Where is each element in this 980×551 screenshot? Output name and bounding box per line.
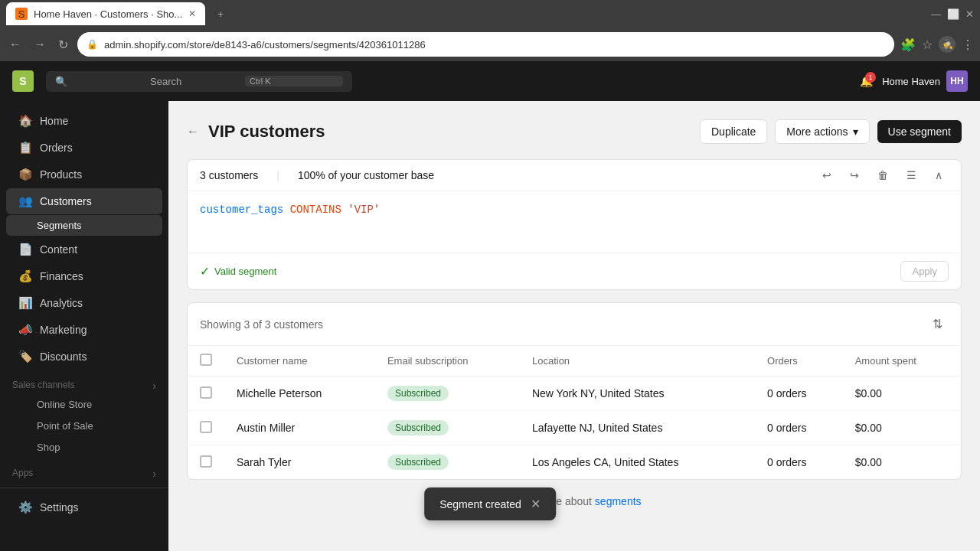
sidebar-label-discounts: Discounts	[40, 350, 87, 363]
col-orders: Orders	[755, 346, 843, 377]
home-icon: 🏠	[18, 114, 32, 128]
amount-0: $0.00	[843, 377, 961, 411]
sidebar-sub-segments[interactable]: Segments	[6, 215, 162, 236]
reload-button[interactable]: ↻	[55, 34, 71, 55]
row-checkbox-2[interactable]	[200, 455, 212, 468]
shopify-logo-icon: S	[12, 70, 34, 92]
row-checkbox-0[interactable]	[200, 386, 212, 399]
table-row[interactable]: Sarah Tyler Subscribed Los Angeles CA, U…	[188, 445, 961, 480]
search-bar[interactable]: 🔍 Search Ctrl K	[46, 71, 352, 92]
extensions-icon[interactable]: 🧩	[900, 37, 916, 52]
back-button[interactable]: ←	[6, 34, 24, 54]
page-header: ← VIP customers Duplicate More actions ▾…	[187, 119, 962, 144]
undo-button[interactable]: ↩	[816, 166, 838, 184]
segment-editor: 3 customers | 100% of your customer base…	[187, 159, 962, 290]
filter-button[interactable]: ☰	[900, 166, 923, 184]
col-email-sub: Email subscription	[375, 346, 520, 377]
browser-chrome: S Home Haven · Customers · Sho... ✕ + — …	[0, 0, 980, 61]
sidebar-label-home: Home	[40, 115, 68, 127]
redo-button[interactable]: ↪	[844, 166, 865, 184]
browser-tab-active[interactable]: S Home Haven · Customers · Sho... ✕	[6, 2, 205, 25]
select-all-checkbox[interactable]	[200, 354, 212, 366]
window-minimize[interactable]: —	[931, 8, 941, 20]
code-keyword: customer_tags	[200, 204, 283, 216]
sidebar-item-customers[interactable]: 👥 Customers	[6, 188, 162, 214]
customer-name-2[interactable]: Sarah Tyler	[237, 456, 291, 468]
amount-2: $0.00	[843, 445, 961, 480]
sidebar-item-shop[interactable]: Shop	[6, 437, 162, 458]
valid-indicator: ✓ Valid segment	[200, 264, 276, 279]
check-icon: ✓	[200, 264, 210, 279]
window-maximize[interactable]: ⬜	[947, 8, 959, 20]
sidebar-item-finances[interactable]: 💰 Finances	[6, 263, 162, 289]
orders-icon: 📋	[18, 141, 32, 155]
delete-button[interactable]: 🗑	[871, 166, 894, 184]
code-operator: CONTAINS	[290, 204, 348, 216]
table-row[interactable]: Austin Miller Subscribed Lafayette NJ, U…	[188, 411, 961, 445]
customer-name-0[interactable]: Michelle Peterson	[237, 387, 322, 399]
editor-toolbar: 3 customers | 100% of your customer base…	[188, 160, 961, 191]
duplicate-button[interactable]: Duplicate	[700, 119, 767, 144]
shopify-logo: S	[12, 70, 34, 92]
products-icon: 📦	[18, 168, 32, 181]
sidebar-item-pos[interactable]: Point of Sale	[6, 416, 162, 436]
showing-label: Showing 3 of 3 customers	[200, 318, 323, 331]
sidebar-item-orders[interactable]: 📋 Orders	[6, 135, 162, 161]
new-tab-button[interactable]: +	[211, 2, 230, 25]
sidebar-item-settings[interactable]: ⚙️ Settings	[6, 494, 162, 520]
menu-icon[interactable]: ⋮	[962, 37, 974, 52]
pos-label: Point of Sale	[37, 420, 93, 432]
sidebar-item-marketing[interactable]: 📣 Marketing	[6, 317, 162, 343]
email-status-2: Subscribed	[387, 455, 449, 470]
sidebar-item-online-store[interactable]: Online Store	[6, 394, 162, 415]
col-customer-name: Customer name	[224, 346, 375, 377]
orders-0: 0 orders	[755, 377, 843, 411]
editor-stats: 3 customers | 100% of your customer base	[200, 169, 434, 181]
notification-badge: 1	[865, 72, 876, 83]
back-button[interactable]: ←	[187, 125, 199, 139]
location-0: New York NY, United States	[520, 377, 755, 411]
segments-link[interactable]: segments	[595, 495, 642, 507]
sidebar-label-customers: Customers	[40, 195, 92, 207]
amount-1: $0.00	[843, 411, 961, 445]
topbar: S 🔍 Search Ctrl K 🔔 1 Home Haven HH	[0, 61, 980, 101]
toast-close-button[interactable]: ✕	[531, 497, 541, 511]
notification-button[interactable]: 🔔 1	[860, 75, 873, 87]
table-row[interactable]: Michelle Peterson Subscribed New York NY…	[188, 377, 961, 411]
sidebar-item-analytics[interactable]: 📊 Analytics	[6, 290, 162, 316]
sort-button[interactable]: ⇅	[926, 314, 949, 334]
sidebar-item-discounts[interactable]: 🏷️ Discounts	[6, 344, 162, 370]
collapse-button[interactable]: ∧	[929, 166, 949, 184]
sidebar-item-products[interactable]: 📦 Products	[6, 161, 162, 187]
close-tab-button[interactable]: ✕	[188, 8, 196, 19]
col-amount: Amount spent	[843, 346, 961, 377]
sidebar-label-finances: Finances	[40, 270, 83, 282]
sidebar-item-home[interactable]: 🏠 Home	[6, 108, 162, 134]
section-header: Showing 3 of 3 customers ⇅	[188, 303, 961, 346]
row-checkbox-1[interactable]	[200, 421, 212, 433]
forward-button[interactable]: →	[31, 34, 49, 54]
tab-favicon: S	[15, 8, 28, 20]
tab-title: Home Haven · Customers · Sho...	[34, 8, 182, 20]
customer-name-1[interactable]: Austin Miller	[237, 422, 295, 434]
sidebar-item-content[interactable]: 📄 Content	[6, 236, 162, 262]
more-actions-button[interactable]: More actions ▾	[775, 119, 869, 144]
sales-channels-label: Sales channels ›	[0, 370, 168, 393]
store-switcher[interactable]: Home Haven HH	[882, 70, 968, 92]
sidebar: 🏠 Home 📋 Orders 📦 Products 👥 Customers	[0, 101, 168, 551]
editor-body[interactable]: customer_tags CONTAINS 'VIP'	[188, 191, 961, 253]
apply-button[interactable]: Apply	[900, 261, 949, 282]
browser-nav-bar: ← → ↻ 🔒 admin.shopify.com/store/de8143-a…	[0, 28, 980, 61]
editor-footer: ✓ Valid segment Apply	[188, 253, 961, 289]
toast-notification: Segment created ✕	[424, 487, 556, 520]
search-shortcut: Ctrl K	[245, 76, 343, 86]
window-close[interactable]: ✕	[965, 8, 974, 20]
topbar-right: 🔔 1 Home Haven HH	[860, 70, 968, 92]
url-bar[interactable]: 🔒 admin.shopify.com/store/de8143-a6/cust…	[77, 32, 894, 57]
sales-channels-expand[interactable]: ›	[152, 380, 156, 392]
bookmark-icon[interactable]: ☆	[922, 37, 933, 52]
page-header-right: Duplicate More actions ▾ Use segment	[700, 119, 962, 144]
url-text: admin.shopify.com/store/de8143-a6/custom…	[104, 39, 426, 51]
apps-expand[interactable]: ›	[152, 468, 156, 480]
use-segment-button[interactable]: Use segment	[877, 120, 962, 143]
